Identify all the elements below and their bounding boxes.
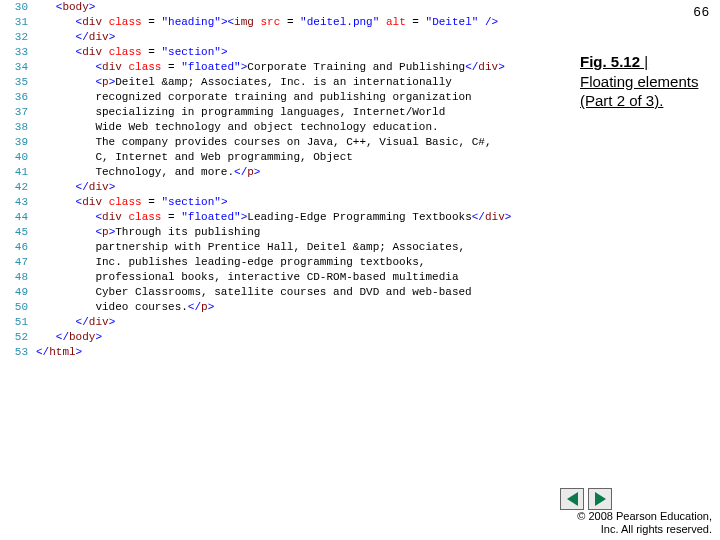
line-number: 53 bbox=[0, 345, 36, 360]
line-number: 32 bbox=[0, 30, 36, 45]
line-number: 39 bbox=[0, 135, 36, 150]
footer-line2: Inc. All rights reserved. bbox=[577, 523, 712, 536]
footer-line1: © 2008 Pearson Education, bbox=[577, 510, 712, 523]
code-line: 45 <p>Through its publishing bbox=[0, 225, 570, 240]
code-listing: 30 <body>31 <div class = "heading"><img … bbox=[0, 0, 570, 360]
line-number: 38 bbox=[0, 120, 36, 135]
page-number: 66 bbox=[694, 4, 710, 19]
code-content: <div class = "section"> bbox=[36, 195, 227, 210]
code-line: 37 specializing in programming languages… bbox=[0, 105, 570, 120]
code-line: 31 <div class = "heading"><img src = "de… bbox=[0, 15, 570, 30]
code-content: professional books, interactive CD-ROM-b… bbox=[36, 270, 458, 285]
code-line: 48 professional books, interactive CD-RO… bbox=[0, 270, 570, 285]
code-content: video courses.</p> bbox=[36, 300, 214, 315]
code-content: recognized corporate training and publis… bbox=[36, 90, 472, 105]
line-number: 47 bbox=[0, 255, 36, 270]
line-number: 49 bbox=[0, 285, 36, 300]
triangle-right-icon bbox=[595, 492, 606, 506]
code-line: 33 <div class = "section"> bbox=[0, 45, 570, 60]
code-content: </div> bbox=[36, 30, 115, 45]
code-content: Technology, and more.</p> bbox=[36, 165, 260, 180]
code-line: 42 </div> bbox=[0, 180, 570, 195]
code-content: <body> bbox=[36, 0, 95, 15]
code-content: <p>Deitel &amp; Associates, Inc. is an i… bbox=[36, 75, 452, 90]
copyright-footer: © 2008 Pearson Education, Inc. All right… bbox=[577, 510, 712, 536]
code-content: <div class = "floated">Leading-Edge Prog… bbox=[36, 210, 511, 225]
code-content: </div> bbox=[36, 180, 115, 195]
code-content: <div class = "section"> bbox=[36, 45, 227, 60]
code-line: 36 recognized corporate training and pub… bbox=[0, 90, 570, 105]
line-number: 36 bbox=[0, 90, 36, 105]
line-number: 48 bbox=[0, 270, 36, 285]
line-number: 42 bbox=[0, 180, 36, 195]
code-line: 35 <p>Deitel &amp; Associates, Inc. is a… bbox=[0, 75, 570, 90]
line-number: 52 bbox=[0, 330, 36, 345]
code-content: Inc. publishes leading-edge programming … bbox=[36, 255, 425, 270]
line-number: 35 bbox=[0, 75, 36, 90]
figure-sep: | bbox=[640, 53, 648, 70]
line-number: 51 bbox=[0, 315, 36, 330]
line-number: 45 bbox=[0, 225, 36, 240]
figure-number: Fig. 5.12 bbox=[580, 53, 640, 70]
code-content: C, Internet and Web programming, Object bbox=[36, 150, 353, 165]
line-number: 30 bbox=[0, 0, 36, 15]
code-content: Cyber Classrooms, satellite courses and … bbox=[36, 285, 472, 300]
line-number: 37 bbox=[0, 105, 36, 120]
code-content: <div class = "floated">Corporate Trainin… bbox=[36, 60, 505, 75]
code-line: 52 </body> bbox=[0, 330, 570, 345]
triangle-left-icon bbox=[567, 492, 578, 506]
prev-slide-button[interactable] bbox=[560, 488, 584, 510]
code-content: Wide Web technology and object technolog… bbox=[36, 120, 439, 135]
line-number: 33 bbox=[0, 45, 36, 60]
code-line: 34 <div class = "floated">Corporate Trai… bbox=[0, 60, 570, 75]
code-content: <p>Through its publishing bbox=[36, 225, 260, 240]
next-slide-button[interactable] bbox=[588, 488, 612, 510]
code-line: 46 partnership with Prentice Hall, Deite… bbox=[0, 240, 570, 255]
line-number: 34 bbox=[0, 60, 36, 75]
code-line: 30 <body> bbox=[0, 0, 570, 15]
code-content: specializing in programming languages, I… bbox=[36, 105, 445, 120]
line-number: 31 bbox=[0, 15, 36, 30]
code-content: </body> bbox=[36, 330, 102, 345]
code-line: 47 Inc. publishes leading-edge programmi… bbox=[0, 255, 570, 270]
code-content: </html> bbox=[36, 345, 82, 360]
figure-title: Floating elements (Part 2 of 3). bbox=[580, 73, 698, 110]
code-content: <div class = "heading"><img src = "deite… bbox=[36, 15, 498, 30]
code-line: 39 The company provides courses on Java,… bbox=[0, 135, 570, 150]
slide-nav bbox=[560, 488, 612, 510]
code-line: 41 Technology, and more.</p> bbox=[0, 165, 570, 180]
code-line: 40 C, Internet and Web programming, Obje… bbox=[0, 150, 570, 165]
code-line: 43 <div class = "section"> bbox=[0, 195, 570, 210]
code-line: 53</html> bbox=[0, 345, 570, 360]
line-number: 44 bbox=[0, 210, 36, 225]
line-number: 46 bbox=[0, 240, 36, 255]
line-number: 41 bbox=[0, 165, 36, 180]
line-number: 50 bbox=[0, 300, 36, 315]
code-content: partnership with Prentice Hall, Deitel &… bbox=[36, 240, 465, 255]
code-content: </div> bbox=[36, 315, 115, 330]
line-number: 40 bbox=[0, 150, 36, 165]
line-number: 43 bbox=[0, 195, 36, 210]
code-line: 32 </div> bbox=[0, 30, 570, 45]
code-line: 44 <div class = "floated">Leading-Edge P… bbox=[0, 210, 570, 225]
code-content: The company provides courses on Java, C+… bbox=[36, 135, 492, 150]
code-line: 50 video courses.</p> bbox=[0, 300, 570, 315]
figure-caption: Fig. 5.12 | Floating elements (Part 2 of… bbox=[580, 52, 700, 111]
code-line: 49 Cyber Classrooms, satellite courses a… bbox=[0, 285, 570, 300]
code-line: 51 </div> bbox=[0, 315, 570, 330]
code-line: 38 Wide Web technology and object techno… bbox=[0, 120, 570, 135]
